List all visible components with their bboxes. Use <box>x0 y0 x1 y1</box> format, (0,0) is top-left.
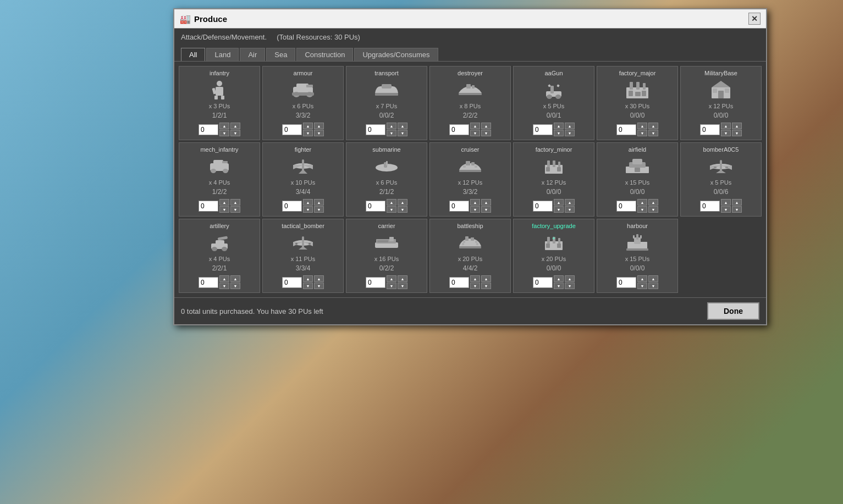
tab-air[interactable]: Air <box>240 48 265 61</box>
unit-fast-decrement-armour[interactable]: ▼ <box>314 130 324 136</box>
unit-qty-input-destroyer[interactable] <box>449 124 469 135</box>
unit-fast-decrement-factory_upgrade[interactable]: ▼ <box>565 283 575 289</box>
unit-increment-transport[interactable]: ▲ <box>387 123 396 129</box>
unit-fast-decrement-infantry[interactable]: ▼ <box>230 130 240 136</box>
unit-fast-increment-battleship[interactable]: ▲ <box>481 275 491 282</box>
unit-increment-aaGun[interactable]: ▲ <box>554 123 564 129</box>
unit-fast-decrement-battleship[interactable]: ▼ <box>481 283 491 289</box>
unit-qty-input-infantry[interactable] <box>199 124 218 135</box>
unit-decrement-armour[interactable]: ▼ <box>303 130 313 136</box>
unit-fast-increment-destroyer[interactable]: ▲ <box>481 123 491 129</box>
unit-qty-input-transport[interactable] <box>366 124 385 135</box>
tab-upgrades[interactable]: Upgrades/Consumes <box>354 48 438 61</box>
unit-decrement-battleship[interactable]: ▼ <box>470 283 480 289</box>
unit-increment-factory_major[interactable]: ▲ <box>637 123 647 129</box>
unit-increment-fighter[interactable]: ▲ <box>303 199 313 206</box>
unit-fast-decrement-MilitaryBase[interactable]: ▼ <box>732 130 742 136</box>
unit-fast-increment-cruiser[interactable]: ▲ <box>481 199 491 206</box>
tab-land[interactable]: Land <box>206 48 239 61</box>
unit-fast-decrement-aaGun[interactable]: ▼ <box>565 130 575 136</box>
unit-qty-input-cruiser[interactable] <box>449 201 469 212</box>
unit-increment-factory_upgrade[interactable]: ▲ <box>554 275 564 282</box>
unit-decrement-transport[interactable]: ▼ <box>387 130 396 136</box>
unit-fast-decrement-transport[interactable]: ▼ <box>398 130 407 136</box>
unit-decrement-carrier[interactable]: ▼ <box>387 283 396 289</box>
unit-increment-destroyer[interactable]: ▲ <box>470 123 480 129</box>
unit-increment-airfield[interactable]: ▲ <box>637 199 647 206</box>
unit-decrement-cruiser[interactable]: ▼ <box>470 206 480 213</box>
unit-decrement-artillery[interactable]: ▼ <box>219 283 229 289</box>
unit-increment-factory_minor[interactable]: ▲ <box>554 199 564 206</box>
unit-increment-battleship[interactable]: ▲ <box>470 275 480 282</box>
unit-decrement-mech_infantry[interactable]: ▼ <box>219 206 229 213</box>
unit-qty-input-battleship[interactable] <box>449 277 469 288</box>
unit-fast-decrement-cruiser[interactable]: ▼ <box>481 206 491 213</box>
unit-qty-input-harbour[interactable] <box>616 277 636 288</box>
unit-decrement-fighter[interactable]: ▼ <box>303 206 313 213</box>
done-button[interactable]: Done <box>707 302 759 320</box>
unit-fast-increment-bomberA0C5[interactable]: ▲ <box>732 199 742 206</box>
unit-fast-decrement-factory_minor[interactable]: ▼ <box>565 206 575 213</box>
unit-qty-input-carrier[interactable] <box>366 277 385 288</box>
unit-increment-submarine[interactable]: ▲ <box>387 199 396 206</box>
unit-fast-increment-submarine[interactable]: ▲ <box>398 199 407 206</box>
unit-fast-increment-factory_minor[interactable]: ▲ <box>565 199 575 206</box>
unit-increment-mech_infantry[interactable]: ▲ <box>219 199 229 206</box>
unit-increment-tactical_bomber[interactable]: ▲ <box>303 275 313 282</box>
tab-all[interactable]: All <box>181 48 205 61</box>
unit-fast-increment-harbour[interactable]: ▲ <box>648 275 658 282</box>
unit-fast-increment-mech_infantry[interactable]: ▲ <box>230 199 240 206</box>
unit-decrement-factory_major[interactable]: ▼ <box>637 130 647 136</box>
unit-qty-input-fighter[interactable] <box>282 201 302 212</box>
unit-qty-input-tactical_bomber[interactable] <box>282 277 302 288</box>
unit-fast-decrement-bomberA0C5[interactable]: ▼ <box>732 206 742 213</box>
unit-fast-decrement-harbour[interactable]: ▼ <box>648 283 658 289</box>
tab-sea[interactable]: Sea <box>266 48 295 61</box>
unit-decrement-destroyer[interactable]: ▼ <box>470 130 480 136</box>
unit-decrement-harbour[interactable]: ▼ <box>637 283 647 289</box>
unit-fast-increment-tactical_bomber[interactable]: ▲ <box>314 275 324 282</box>
close-button[interactable]: ✕ <box>748 13 761 25</box>
unit-decrement-MilitaryBase[interactable]: ▼ <box>721 130 731 136</box>
unit-fast-increment-infantry[interactable]: ▲ <box>230 123 240 129</box>
unit-qty-input-artillery[interactable] <box>199 277 218 288</box>
unit-decrement-aaGun[interactable]: ▼ <box>554 130 564 136</box>
unit-fast-decrement-destroyer[interactable]: ▼ <box>481 130 491 136</box>
unit-fast-decrement-artillery[interactable]: ▼ <box>230 283 240 289</box>
unit-qty-input-factory_upgrade[interactable] <box>533 277 553 288</box>
unit-increment-infantry[interactable]: ▲ <box>219 123 229 129</box>
unit-fast-increment-transport[interactable]: ▲ <box>398 123 407 129</box>
unit-fast-increment-factory_upgrade[interactable]: ▲ <box>565 275 575 282</box>
unit-fast-decrement-factory_major[interactable]: ▼ <box>648 130 658 136</box>
unit-qty-input-MilitaryBase[interactable] <box>700 124 720 135</box>
unit-fast-increment-factory_major[interactable]: ▲ <box>648 123 658 129</box>
unit-qty-input-mech_infantry[interactable] <box>199 201 218 212</box>
unit-qty-input-armour[interactable] <box>282 124 302 135</box>
unit-increment-armour[interactable]: ▲ <box>303 123 313 129</box>
unit-decrement-infantry[interactable]: ▼ <box>219 130 229 136</box>
unit-increment-harbour[interactable]: ▲ <box>637 275 647 282</box>
unit-qty-input-factory_minor[interactable] <box>533 201 553 212</box>
unit-fast-increment-artillery[interactable]: ▲ <box>230 275 240 282</box>
unit-increment-MilitaryBase[interactable]: ▲ <box>721 123 731 129</box>
unit-fast-decrement-tactical_bomber[interactable]: ▼ <box>314 283 324 289</box>
unit-increment-artillery[interactable]: ▲ <box>219 275 229 282</box>
unit-decrement-bomberA0C5[interactable]: ▼ <box>721 206 731 213</box>
unit-decrement-factory_minor[interactable]: ▼ <box>554 206 564 213</box>
unit-fast-decrement-fighter[interactable]: ▼ <box>314 206 324 213</box>
unit-fast-increment-aaGun[interactable]: ▲ <box>565 123 575 129</box>
unit-qty-input-factory_major[interactable] <box>616 124 636 135</box>
unit-fast-decrement-mech_infantry[interactable]: ▼ <box>230 206 240 213</box>
unit-fast-decrement-submarine[interactable]: ▼ <box>398 206 407 213</box>
unit-fast-decrement-airfield[interactable]: ▼ <box>648 206 658 213</box>
unit-qty-input-aaGun[interactable] <box>533 124 553 135</box>
unit-increment-cruiser[interactable]: ▲ <box>470 199 480 206</box>
unit-decrement-airfield[interactable]: ▼ <box>637 206 647 213</box>
unit-fast-increment-fighter[interactable]: ▲ <box>314 199 324 206</box>
unit-qty-input-bomberA0C5[interactable] <box>700 201 720 212</box>
unit-increment-carrier[interactable]: ▲ <box>387 275 396 282</box>
unit-fast-decrement-carrier[interactable]: ▼ <box>398 283 407 289</box>
unit-increment-bomberA0C5[interactable]: ▲ <box>721 199 731 206</box>
unit-decrement-submarine[interactable]: ▼ <box>387 206 396 213</box>
unit-decrement-factory_upgrade[interactable]: ▼ <box>554 283 564 289</box>
